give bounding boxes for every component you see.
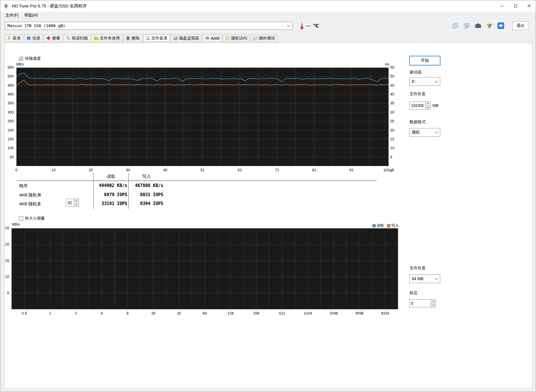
chart2-x-axis: 0.512481632641282565121024204840968192 — [11, 311, 398, 316]
transfer-speed-checkbox[interactable] — [19, 57, 23, 61]
camera-icon — [475, 23, 481, 29]
tick-label: 15 — [390, 137, 400, 142]
tab-error-scan[interactable]: 错误扫描 — [63, 34, 90, 42]
trash-icon — [126, 36, 130, 40]
tab-file-benchmark[interactable]: 文件基准 — [143, 34, 170, 42]
tick-label: 16 — [151, 311, 155, 315]
tick-label: 4096 — [355, 311, 364, 315]
tick-label: 5 — [5, 291, 11, 295]
file-length-stepper: MB — [409, 102, 438, 110]
exit-button[interactable]: 退出 — [513, 21, 528, 30]
menu-help[interactable]: 帮助(H) — [22, 12, 40, 19]
tab-erase[interactable]: 擦除 — [123, 34, 142, 42]
tick-label: 25 — [5, 226, 11, 230]
maximize-icon — [514, 5, 517, 7]
spinner-down-button[interactable] — [426, 106, 430, 110]
transfer-speed-chart — [16, 67, 389, 166]
spinner-up-button[interactable] — [426, 102, 430, 106]
tab-benchmark[interactable]: 基准 — [4, 34, 23, 42]
drive-select-value: Maxsun 1TB SSD (1000 gB) — [7, 23, 65, 28]
data-mode-label: 数据模式 — [410, 120, 426, 125]
file-benchmark-panel: 传输速度 MB/s ms 550500450400350300250200150… — [4, 43, 532, 388]
temperature-indicator: — ℃ — [300, 22, 319, 29]
benchmark-icon — [7, 36, 11, 40]
tick-label: 150 — [5, 137, 15, 142]
tick-label: 500 — [5, 74, 15, 79]
queue-depth-input[interactable] — [66, 199, 74, 207]
drive-dropdown[interactable]: E: — [409, 77, 440, 86]
block-file-length-label: 文件长度 — [410, 266, 426, 271]
tab-health[interactable]: 健康 — [44, 34, 63, 42]
start-button[interactable]: 开始 — [409, 56, 440, 65]
tick-label: 20 — [89, 168, 93, 172]
tick-label: 100 — [5, 146, 15, 150]
minimize-button[interactable] — [495, 0, 509, 12]
tab-random-access[interactable]: 随机访问 — [223, 34, 250, 42]
tick-label: 51 — [200, 168, 205, 172]
chart1-x-axis: 0102030405161718191102gB — [16, 168, 389, 173]
maximize-button[interactable] — [509, 0, 522, 12]
tick-label: 5 — [390, 155, 400, 160]
minimize-icon — [501, 6, 504, 6]
block-size-checkbox[interactable] — [19, 216, 23, 221]
copy-text-icon — [452, 23, 458, 29]
menu-file[interactable]: 文件(F) — [3, 12, 21, 19]
tick-label: 200 — [5, 128, 15, 133]
drive-label: 驱动器 — [410, 70, 422, 75]
tab-aam[interactable]: AAM — [203, 34, 222, 42]
row-label-4kb-random-single: 4KB 随机单 — [19, 192, 41, 198]
app-window: HD Tune Pro 5.75 - 硬盘/SSD 实用程序 文件(F) 帮助(… — [0, 0, 536, 392]
random-single-read-value: 6979 IOPS — [94, 192, 127, 197]
chart2-y-axis: 252015105 — [5, 228, 11, 309]
delay-stepper — [409, 299, 436, 307]
legend-read-swatch — [372, 224, 376, 227]
tick-label: 250 — [5, 119, 15, 124]
options-button[interactable] — [485, 21, 494, 30]
spinner-up-button[interactable] — [74, 199, 79, 203]
chevron-down-icon — [287, 23, 290, 27]
spinner-up-button[interactable] — [431, 300, 436, 303]
legend-read-label: 读取 — [377, 223, 384, 228]
delay-label: 延迟 — [410, 290, 418, 296]
screenshot-button[interactable] — [473, 21, 483, 30]
drive-dropdown-value: E: — [412, 79, 416, 84]
block-file-length-dropdown[interactable]: 64 MB — [409, 274, 440, 283]
tick-label: 450 — [5, 83, 15, 88]
file-length-label: 文件长度 — [410, 91, 426, 97]
copy-image-button[interactable] — [462, 21, 471, 30]
tick-label: 30 — [390, 110, 400, 115]
tick-label: 64 — [203, 311, 207, 315]
spinner-down-button[interactable] — [74, 203, 79, 207]
down-arrow-icon — [76, 204, 77, 205]
tick-label: 8192 — [381, 311, 389, 315]
random-multi-write-value: 8394 IOPS — [130, 201, 163, 206]
sequential-read-value: 494902 KB/s — [94, 183, 127, 188]
tab-info[interactable]: 信息 — [24, 34, 43, 42]
tab-extra-tests[interactable]: 额外测试 — [251, 34, 277, 42]
chart2-left-unit: MB/s — [12, 222, 20, 226]
tab-folder-usage[interactable]: 文件夹使用 — [91, 34, 122, 42]
queue-depth-stepper — [66, 199, 79, 207]
file-length-input[interactable] — [409, 102, 426, 110]
delay-input[interactable] — [409, 299, 431, 307]
block-size-chart — [11, 228, 398, 309]
data-mode-dropdown[interactable]: 随机 — [409, 128, 440, 137]
tick-label: 50 — [5, 155, 15, 160]
queue-depth-spinner — [74, 199, 79, 207]
copy-text-button[interactable] — [450, 21, 460, 30]
update-button[interactable] — [496, 21, 506, 30]
tick-label: 25 — [390, 119, 400, 124]
tick-label: 10 — [390, 146, 400, 150]
health-cross-icon — [46, 36, 51, 40]
monitor-bars-icon — [173, 36, 178, 40]
block-size-checkbox-row: 块大小测量 — [19, 216, 45, 221]
spinner-down-button[interactable] — [431, 303, 436, 307]
tab-disk-monitor[interactable]: 磁盘监视器 — [171, 34, 202, 42]
temperature-value: — — [306, 23, 311, 28]
block-file-length-value: 64 MB — [412, 276, 423, 281]
close-button[interactable] — [522, 0, 536, 12]
table-header-divider — [17, 180, 377, 181]
window-controls — [495, 0, 536, 12]
drive-select[interactable]: Maxsun 1TB SSD (1000 gB) — [5, 22, 293, 30]
close-icon — [527, 4, 531, 8]
